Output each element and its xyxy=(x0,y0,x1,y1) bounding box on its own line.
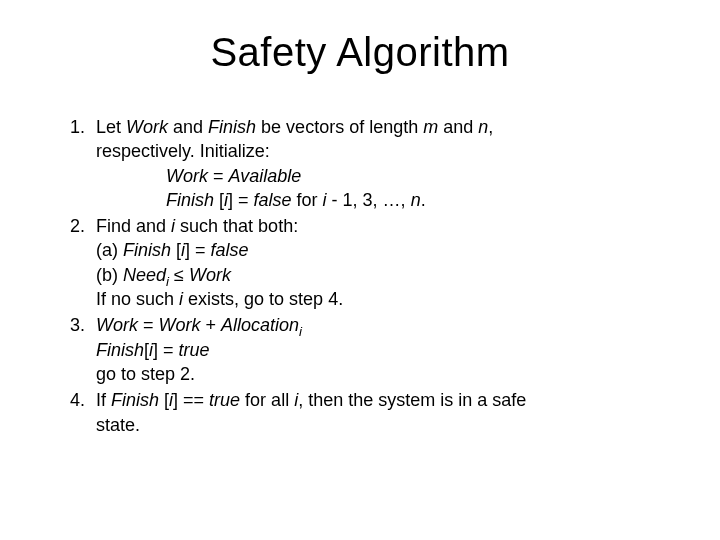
text: Find and xyxy=(96,216,171,236)
step-2-line-2: (a) Finish [i] = false xyxy=(96,238,680,262)
algorithm-list: 1. Let Work and Finish be vectors of len… xyxy=(70,115,680,437)
text: for xyxy=(292,190,323,210)
var-n: n xyxy=(478,117,488,137)
text: , then the system is in a safe xyxy=(298,390,526,410)
text: exists, go to step 4. xyxy=(183,289,343,309)
step-4: 4. If Finish [i] == true for all i, then… xyxy=(70,388,680,437)
var-finish: Finish xyxy=(208,117,256,137)
step-3-line-1: Work = Work + Allocationi xyxy=(96,313,680,337)
var-allocation: Allocation xyxy=(221,315,299,335)
step-1: 1. Let Work and Finish be vectors of len… xyxy=(70,115,680,212)
step-2-line-1: Find and i such that both: xyxy=(96,214,680,238)
step-1-line-1: Let Work and Finish be vectors of length… xyxy=(96,115,680,139)
step-1-line-4: Finish [i] = false for i - 1, 3, …, n. xyxy=(96,188,680,212)
text: = xyxy=(138,315,159,335)
step-2-number: 2. xyxy=(70,214,85,238)
step-4-number: 4. xyxy=(70,388,85,412)
text: ] = xyxy=(185,240,211,260)
subscript-i: i xyxy=(299,324,302,339)
literal-true: true xyxy=(209,390,240,410)
text: - 1, 3, …, xyxy=(332,190,411,210)
text: . xyxy=(421,190,426,210)
step-1-number: 1. xyxy=(70,115,85,139)
text: , xyxy=(488,117,493,137)
text: ] = xyxy=(153,340,179,360)
var-n: n xyxy=(411,190,421,210)
step-3-line-2: Finish[i] = true xyxy=(96,338,680,362)
step-2: 2. Find and i such that both: (a) Finish… xyxy=(70,214,680,311)
slide-title: Safety Algorithm xyxy=(40,30,680,75)
slide-body: 1. Let Work and Finish be vectors of len… xyxy=(70,115,680,437)
step-1-line-3: Work = Available xyxy=(96,164,680,188)
var-available: Available xyxy=(229,166,302,186)
literal-false: false xyxy=(211,240,249,260)
text: If xyxy=(96,390,111,410)
var-i: i xyxy=(323,190,332,210)
var-work: Work xyxy=(166,166,208,186)
var-m: m xyxy=(423,117,438,137)
step-3-line-3: go to step 2. xyxy=(96,362,680,386)
var-work: Work xyxy=(189,265,231,285)
step-1-line-2: respectively. Initialize: xyxy=(96,139,680,163)
text: and xyxy=(168,117,208,137)
var-work: Work xyxy=(126,117,168,137)
text: = xyxy=(208,166,229,186)
text: ] == xyxy=(173,390,209,410)
step-4-line-1: If Finish [i] == true for all i, then th… xyxy=(96,388,680,412)
text: ≤ xyxy=(169,265,189,285)
step-4-line-2: state. xyxy=(96,413,680,437)
var-finish: Finish xyxy=(166,190,219,210)
text: + xyxy=(201,315,222,335)
step-2-line-4: If no such i exists, go to step 4. xyxy=(96,287,680,311)
text: be vectors of length xyxy=(256,117,423,137)
var-work: Work xyxy=(96,315,138,335)
text: such that both: xyxy=(175,216,298,236)
step-3-number: 3. xyxy=(70,313,85,337)
var-finish: Finish xyxy=(111,390,164,410)
step-3: 3. Work = Work + Allocationi Finish[i] =… xyxy=(70,313,680,386)
text: (b) xyxy=(96,265,123,285)
var-finish: Finish xyxy=(123,240,176,260)
text: Let xyxy=(96,117,126,137)
text: ] = xyxy=(228,190,254,210)
literal-false: false xyxy=(254,190,292,210)
var-need: Need xyxy=(123,265,166,285)
var-work: Work xyxy=(159,315,201,335)
slide: Safety Algorithm 1. Let Work and Finish … xyxy=(0,0,720,540)
step-2-line-3: (b) Needi ≤ Work xyxy=(96,263,680,287)
text: and xyxy=(438,117,478,137)
text: If no such xyxy=(96,289,179,309)
literal-true: true xyxy=(179,340,210,360)
text: for all xyxy=(240,390,294,410)
text: (a) xyxy=(96,240,123,260)
var-finish: Finish xyxy=(96,340,144,360)
